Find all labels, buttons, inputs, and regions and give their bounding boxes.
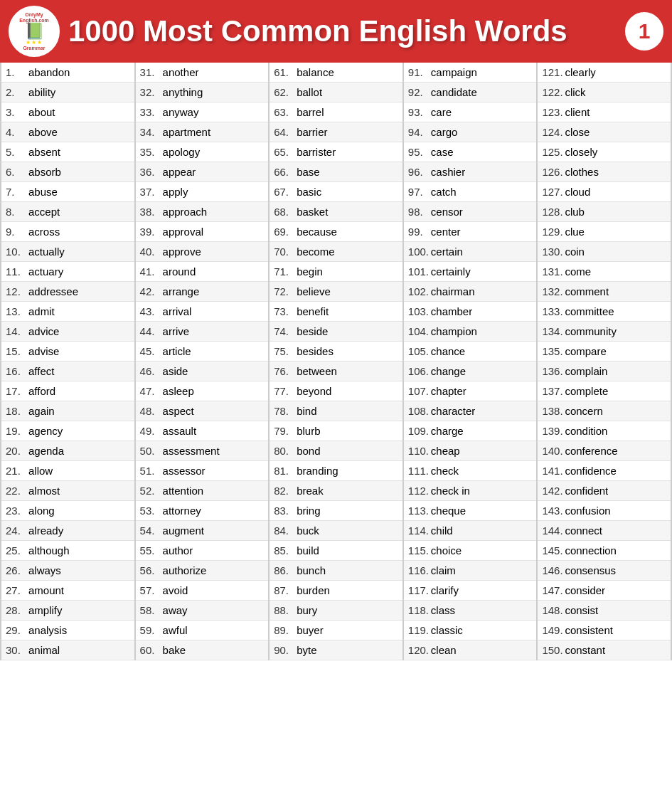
word-text: break [297, 485, 324, 497]
word-text: asleep [163, 385, 194, 397]
word-text: case [431, 146, 454, 158]
list-item: 52.attention [136, 481, 269, 501]
word-text: close [565, 126, 590, 138]
list-item: 144.connect [538, 521, 671, 541]
list-item: 11.actuary [1, 262, 134, 282]
list-item: 56.authorize [136, 561, 269, 581]
word-number: 33. [140, 106, 163, 118]
word-text: apartment [163, 126, 211, 138]
list-item: 112.check in [404, 481, 537, 501]
word-number: 127. [542, 186, 565, 198]
word-text: connect [565, 524, 602, 537]
word-text: claim [431, 564, 456, 576]
word-text: charge [431, 425, 464, 437]
word-text: article [163, 345, 191, 357]
list-item: 145.connection [538, 541, 671, 561]
list-item: 104.champion [404, 322, 537, 342]
word-text: cheap [431, 445, 460, 457]
word-text: anyway [163, 106, 199, 118]
list-item: 5.absent [1, 142, 134, 162]
word-number: 72. [274, 285, 297, 297]
word-number: 94. [408, 126, 431, 138]
word-number: 139. [542, 425, 565, 437]
list-item: 93.care [404, 102, 537, 122]
word-text: arrival [163, 305, 192, 317]
list-item: 84.buck [270, 521, 402, 541]
word-number: 11. [6, 265, 28, 278]
list-item: 61.balance [270, 63, 402, 83]
word-text: agency [28, 425, 63, 437]
word-text: character [431, 405, 476, 417]
word-number: 10. [6, 246, 28, 258]
word-number: 121. [542, 66, 565, 78]
word-number: 69. [274, 226, 297, 238]
word-text: check in [431, 485, 470, 497]
word-text: confusion [565, 505, 610, 517]
word-number: 105. [408, 345, 431, 357]
word-number: 71. [274, 265, 297, 278]
word-text: animal [28, 644, 60, 656]
word-number: 15. [6, 345, 28, 357]
word-number: 36. [140, 166, 163, 178]
list-item: 120.clean [404, 640, 537, 660]
word-number: 43. [140, 305, 163, 317]
word-text: approve [163, 246, 201, 258]
list-item: 85.build [270, 541, 402, 561]
word-text: complain [565, 365, 607, 377]
word-number: 83. [274, 505, 297, 517]
word-number: 68. [274, 206, 297, 218]
list-item: 113.cheque [404, 501, 537, 521]
word-number: 52. [140, 485, 163, 497]
list-item: 130.coin [538, 242, 671, 262]
word-number: 23. [6, 505, 28, 517]
word-text: certain [431, 246, 463, 258]
word-number: 95. [408, 146, 431, 158]
word-text: addressee [28, 285, 78, 297]
list-item: 33.anyway [136, 102, 269, 122]
word-text: already [28, 524, 63, 537]
word-number: 5. [6, 146, 28, 158]
word-text: believe [297, 285, 331, 297]
word-text: beside [297, 325, 328, 337]
list-item: 4.above [1, 122, 134, 142]
word-number: 53. [140, 505, 163, 517]
word-number: 106. [408, 365, 431, 377]
word-text: another [163, 66, 199, 78]
word-number: 107. [408, 385, 431, 397]
list-item: 127.cloud [538, 182, 671, 202]
list-item: 138.concern [538, 401, 671, 421]
word-text: avoid [163, 584, 188, 596]
word-number: 67. [274, 186, 297, 198]
word-text: admit [28, 305, 55, 317]
list-item: 21.allow [1, 461, 134, 481]
word-number: 132. [542, 285, 565, 297]
word-number: 100. [408, 246, 431, 258]
word-number: 24. [6, 524, 28, 537]
word-text: clean [431, 644, 457, 656]
word-number: 26. [6, 564, 28, 576]
word-number: 149. [542, 624, 565, 636]
list-item: 94.cargo [404, 122, 537, 142]
word-table: 1.abandon2.ability3.about4.above5.absent… [0, 63, 672, 660]
list-item: 53.attorney [136, 501, 269, 521]
word-text: center [431, 226, 461, 238]
word-number: 29. [6, 624, 28, 636]
word-text: afford [28, 385, 55, 397]
word-number: 88. [274, 604, 297, 616]
word-text: advice [28, 325, 59, 337]
word-text: amount [28, 584, 64, 596]
word-text: assessment [163, 445, 220, 457]
word-text: community [565, 325, 617, 337]
word-number: 126. [542, 166, 565, 178]
word-number: 30. [6, 644, 28, 656]
list-item: 18.again [1, 401, 134, 421]
word-number: 148. [542, 604, 565, 616]
list-item: 121.clearly [538, 63, 671, 83]
list-item: 28.amplify [1, 601, 134, 621]
word-number: 75. [274, 345, 297, 357]
word-number: 20. [6, 445, 28, 457]
list-item: 19.agency [1, 421, 134, 441]
list-item: 16.affect [1, 362, 134, 381]
word-number: 87. [274, 584, 297, 596]
list-item: 54.augment [136, 521, 269, 541]
